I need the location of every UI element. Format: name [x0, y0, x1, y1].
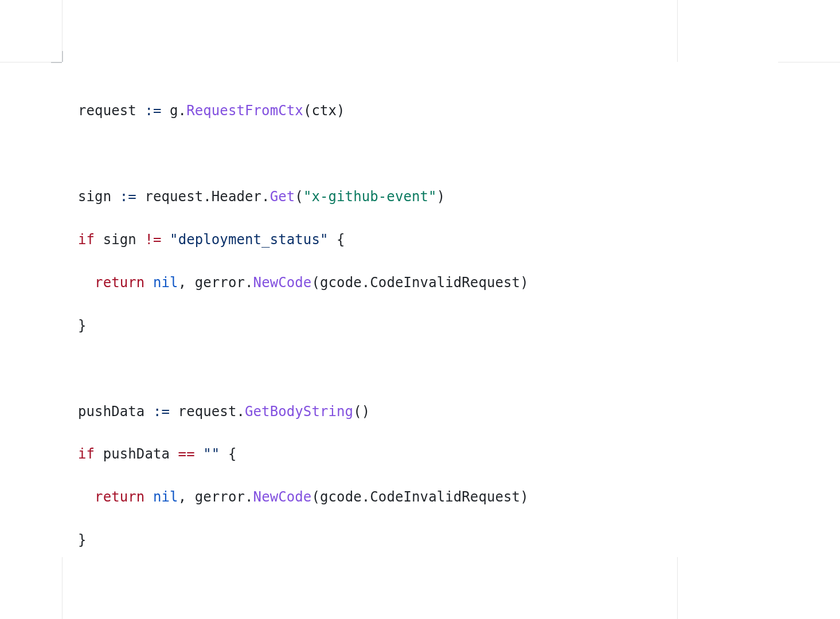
code-line: pushData := request.GetBodyString() — [78, 401, 762, 422]
code-line: return nil, gerror.NewCode(gcode.CodeInv… — [78, 272, 762, 293]
code-line: request := g.RequestFromCtx(ctx) — [78, 100, 762, 122]
nil-literal: nil — [153, 489, 178, 505]
keyword-if: if — [78, 232, 95, 248]
code-line-blank — [78, 358, 762, 379]
string-literal: "deployment_status" — [170, 232, 328, 248]
string-literal: "" — [203, 446, 220, 462]
operator-eq: == — [178, 446, 195, 462]
code-line: pushJson := gjson.New(pushData) — [78, 616, 762, 619]
keyword-if: if — [78, 446, 95, 462]
func-call: NewCode — [253, 489, 312, 505]
func-call: GetBodyString — [245, 403, 353, 420]
operator-neq: != — [144, 232, 161, 248]
code-content: request := g.RequestFromCtx(ctx) sign :=… — [62, 62, 778, 619]
short-var-decl: := — [153, 403, 170, 420]
code-line: if sign != "deployment_status" { — [78, 229, 762, 250]
func-call: Get — [270, 189, 295, 205]
nil-literal: nil — [153, 275, 178, 291]
code-line: return nil, gerror.NewCode(gcode.CodeInv… — [78, 487, 762, 508]
code-line: if pushData == "" { — [78, 444, 762, 465]
keyword-return: return — [95, 275, 144, 291]
code-line: sign := request.Header.Get("x-github-eve… — [78, 186, 762, 207]
code-line-blank — [78, 573, 762, 594]
func-call: NewCode — [253, 275, 312, 291]
string-literal: "x-github-event" — [303, 189, 437, 205]
short-var-decl: := — [144, 103, 161, 119]
code-line: } — [78, 530, 762, 551]
keyword-return: return — [95, 489, 144, 505]
func-call: RequestFromCtx — [186, 103, 303, 119]
code-line-blank — [78, 143, 762, 164]
code-line: } — [78, 315, 762, 336]
code-editor[interactable]: request := g.RequestFromCtx(ctx) sign :=… — [62, 62, 778, 557]
short-var-decl: := — [120, 189, 136, 205]
